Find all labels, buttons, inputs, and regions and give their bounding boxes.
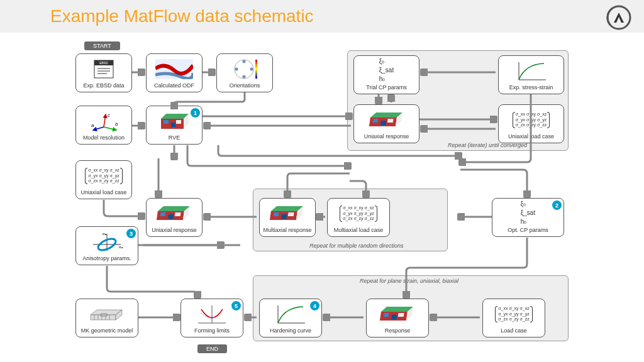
svg-rect-32 xyxy=(274,212,279,216)
group-multidir-label: Repeat for multiple random directions xyxy=(309,243,404,249)
svg-rect-28 xyxy=(387,119,393,123)
svg-text:σ₁: σ₁ xyxy=(119,245,123,249)
svg-rect-34 xyxy=(288,212,294,216)
node-odf: Calculated ODF xyxy=(146,53,203,92)
node-expss: Exp. stress-strain xyxy=(498,55,564,94)
svg-rect-25 xyxy=(176,120,181,124)
node-modelres: abc Model resolution xyxy=(75,106,132,145)
header-bar: Example MatFlow data schematic xyxy=(0,0,644,33)
node-rve: 1 RVE xyxy=(146,106,203,145)
node-multiload: σ_xx σ_xy σ_xzσ_yx σ_yy σ_yzσ_zx σ_zy σ_… xyxy=(327,198,390,237)
svg-point-13 xyxy=(250,68,253,71)
svg-rect-14 xyxy=(255,60,257,79)
svg-rect-23 xyxy=(164,120,169,124)
node-loadcase: σ_xx σ_xy σ_xzσ_yx σ_yy σ_yzσ_zx σ_zy σ_… xyxy=(482,299,545,337)
node-uniresp1: Uniaxial response xyxy=(353,104,419,143)
end-pill: END xyxy=(197,344,227,353)
svg-point-1 xyxy=(606,5,631,30)
svg-rect-29 xyxy=(160,212,166,216)
node-response: Response xyxy=(366,299,429,337)
svg-text:σ₂: σ₂ xyxy=(103,232,107,236)
node-uniresp2: Uniaxial response xyxy=(146,198,203,237)
svg-line-18 xyxy=(104,127,116,130)
svg-text:b: b xyxy=(115,121,118,127)
svg-rect-30 xyxy=(168,214,174,219)
node-multiresp: Multiaxial response xyxy=(259,198,316,237)
svg-line-19 xyxy=(104,114,106,127)
svg-rect-31 xyxy=(175,212,181,216)
node-uload2: σ_xx σ_xy σ_xzσ_yx σ_yy σ_yzσ_zx σ_zy σ_… xyxy=(75,160,132,199)
svg-point-12 xyxy=(235,68,238,71)
svg-rect-50 xyxy=(391,315,397,319)
node-harden: 4 Hardening curve xyxy=(259,299,322,337)
node-aniso: 3 σ₂σ₁ Anisotropy params. xyxy=(75,226,138,265)
start-pill: START xyxy=(84,41,120,50)
group-plane-label: Repeat for plane strain, uniaxial, biaxi… xyxy=(360,278,458,284)
page-title: Example MatFlow data schematic xyxy=(50,6,314,26)
node-forming: 5 Forming limits xyxy=(180,299,243,337)
svg-rect-33 xyxy=(281,214,287,219)
svg-point-10 xyxy=(243,60,246,63)
node-uload1: σ_xx σ_xy σ_xzσ_yx σ_yy σ_yzσ_zx σ_zy σ_… xyxy=(498,104,564,143)
svg-rect-24 xyxy=(171,123,175,127)
svg-text:a: a xyxy=(91,123,94,128)
svg-point-11 xyxy=(243,75,246,79)
node-trialcp: ξ₀ξ_sath₀ Trial CP params xyxy=(353,55,419,94)
svg-rect-51 xyxy=(398,313,404,317)
logo-icon xyxy=(606,5,631,30)
svg-rect-27 xyxy=(380,121,386,125)
node-optcp: 2 ξ₀ξ_sath₀ Opt. CP params xyxy=(492,198,564,237)
svg-text:c: c xyxy=(108,112,110,118)
diagram-canvas: Repeat (iterate) until converged Repeat … xyxy=(70,38,574,358)
svg-line-17 xyxy=(93,127,104,130)
svg-rect-49 xyxy=(384,313,389,317)
node-ebsd: EBSD Exp. EBSD data xyxy=(75,53,132,92)
node-orient: Orientations xyxy=(216,53,273,92)
svg-text:EBSD: EBSD xyxy=(99,61,108,65)
node-mk: MK geometric model xyxy=(75,299,138,337)
svg-rect-26 xyxy=(372,119,378,123)
